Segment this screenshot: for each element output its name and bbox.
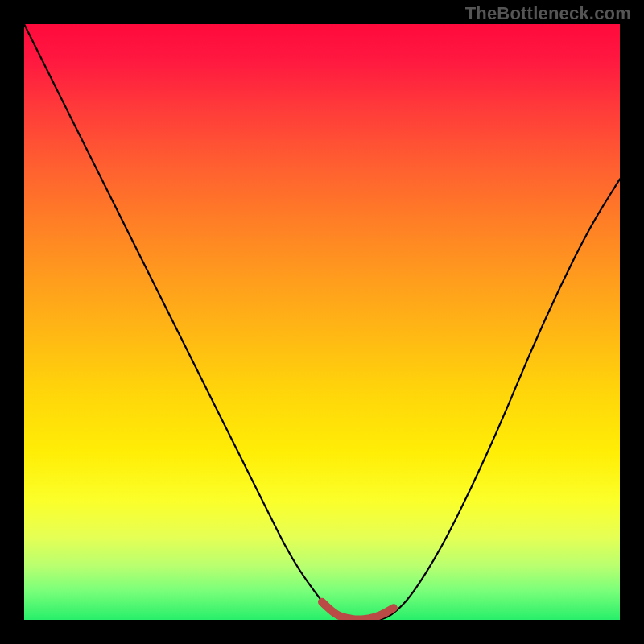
- plot-area: [24, 24, 620, 620]
- flat-valley-highlight-path: [322, 602, 394, 620]
- watermark-text: TheBottleneck.com: [465, 3, 631, 24]
- curve-layer: [24, 24, 620, 620]
- bottleneck-curve-path: [24, 24, 620, 620]
- chart-frame: TheBottleneck.com: [0, 0, 644, 644]
